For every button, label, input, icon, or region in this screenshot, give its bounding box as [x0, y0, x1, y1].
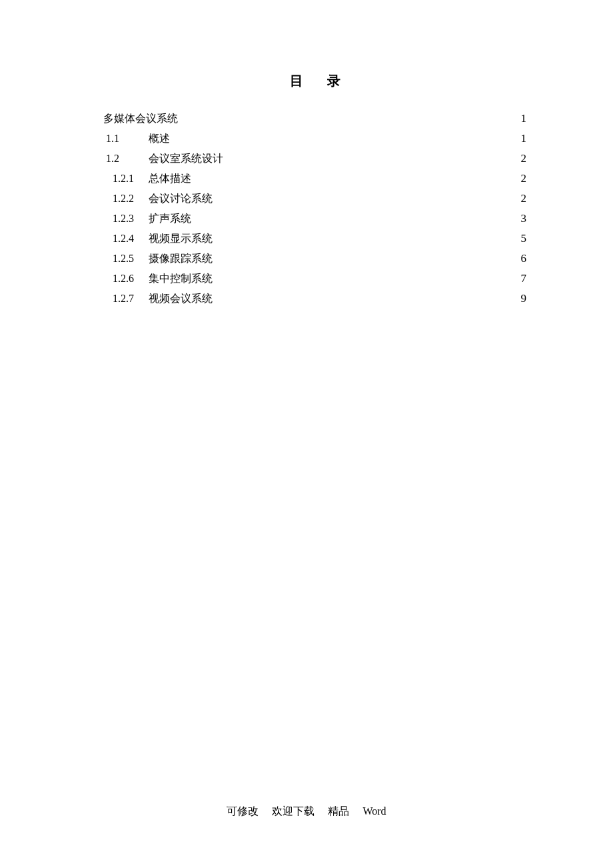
- toc-page-number: 5: [521, 229, 527, 249]
- toc-row-left: 1.2.1总体描述: [103, 169, 191, 189]
- toc-row-left: 1.2.2会议讨论系统: [103, 189, 213, 209]
- toc-row: 1.2.6集中控制系统7: [103, 269, 526, 289]
- toc-row-left: 1.2.4视频显示系统: [103, 229, 213, 249]
- footer-segment: Word: [362, 805, 386, 817]
- footer-segment: 可修改: [227, 805, 259, 817]
- toc-row: 1.2.1总体描述2: [103, 169, 526, 189]
- footer-segment: 精品: [328, 805, 349, 817]
- toc-row-left: 1.1概述: [103, 129, 170, 149]
- toc-number: 1.2.4: [103, 229, 149, 249]
- footer: 可修改 欢迎下载 精品 Word: [0, 805, 613, 819]
- toc-page-number: 2: [521, 169, 527, 189]
- footer-segment: 欢迎下载: [272, 805, 314, 817]
- toc-number: 1.2.6: [103, 269, 149, 289]
- toc-row: 1.1概述1: [103, 129, 526, 149]
- toc-row-left: 1.2.7视频会议系统: [103, 289, 213, 309]
- toc-row: 1.2.2会议讨论系统2: [103, 189, 526, 209]
- toc-row: 1.2.5摄像跟踪系统6: [103, 249, 526, 269]
- toc-row-left: 多媒体会议系统: [103, 109, 178, 129]
- toc-label: 摄像跟踪系统: [149, 249, 213, 269]
- toc-label: 视频会议系统: [149, 289, 213, 309]
- page-container: 目录 多媒体会议系统11.1概述11.2会议室系统设计21.2.1总体描述21.…: [0, 0, 613, 309]
- toc-label: 会议室系统设计: [149, 149, 223, 169]
- toc-row-left: 1.2.3扩声系统: [103, 209, 191, 229]
- toc-page-number: 9: [521, 289, 527, 309]
- toc-row: 多媒体会议系统1: [103, 109, 526, 129]
- toc-row: 1.2.7视频会议系统9: [103, 289, 526, 309]
- toc-page-number: 1: [521, 109, 527, 129]
- toc-label: 扩声系统: [149, 209, 191, 229]
- toc-page-number: 3: [521, 209, 527, 229]
- toc-label: 概述: [149, 129, 170, 149]
- toc-page-number: 2: [521, 149, 527, 169]
- toc-row-left: 1.2.5摄像跟踪系统: [103, 249, 213, 269]
- toc-row-left: 1.2.6集中控制系统: [103, 269, 213, 289]
- toc-label: 集中控制系统: [149, 269, 213, 289]
- toc-page-number: 7: [521, 269, 527, 289]
- toc-number: 1.2.7: [103, 289, 149, 309]
- toc-page-number: 2: [521, 189, 527, 209]
- toc-row-left: 1.2会议室系统设计: [103, 149, 223, 169]
- toc-label: 多媒体会议系统: [103, 109, 178, 129]
- toc-page-number: 6: [521, 249, 527, 269]
- toc-number: 1.2: [103, 149, 149, 169]
- toc-label: 视频显示系统: [149, 229, 213, 249]
- toc-title: 目录: [103, 72, 526, 90]
- toc-label: 会议讨论系统: [149, 189, 213, 209]
- toc-row: 1.2.4视频显示系统5: [103, 229, 526, 249]
- toc-number: 1.1: [103, 129, 149, 149]
- toc-list: 多媒体会议系统11.1概述11.2会议室系统设计21.2.1总体描述21.2.2…: [103, 109, 526, 309]
- toc-number: 1.2.1: [103, 169, 149, 189]
- toc-label: 总体描述: [149, 169, 191, 189]
- toc-number: 1.2.3: [103, 209, 149, 229]
- toc-number: 1.2.2: [103, 189, 149, 209]
- toc-row: 1.2.3扩声系统3: [103, 209, 526, 229]
- toc-page-number: 1: [521, 129, 527, 149]
- toc-number: 1.2.5: [103, 249, 149, 269]
- toc-row: 1.2会议室系统设计2: [103, 149, 526, 169]
